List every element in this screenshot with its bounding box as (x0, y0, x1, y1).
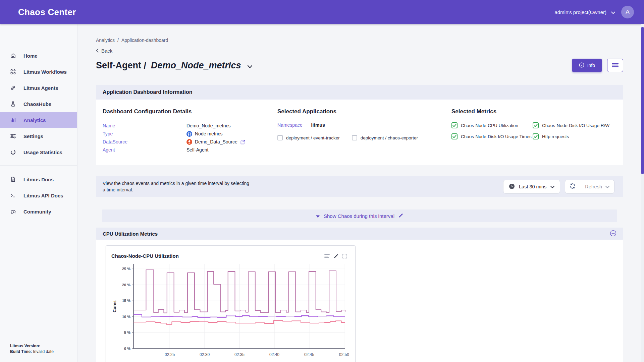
sidebar-item-label: Usage Statistics (23, 149, 62, 155)
config-label: Name (103, 123, 186, 128)
breadcrumb-analytics[interactable]: Analytics (96, 38, 115, 43)
checkbox-http-requests[interactable]: Http requests (533, 133, 619, 139)
version-info: Litmus Version: Build Time: Invalid date (10, 343, 54, 355)
namespace-value: litmus (311, 122, 325, 128)
chart-edit-pencil-icon[interactable] (334, 254, 338, 258)
collapse-panel-icon[interactable] (610, 230, 616, 238)
info-button[interactable]: Info (572, 59, 602, 72)
project-picker[interactable]: admin's project(Owner) (554, 9, 615, 15)
sidebar-item-label: Litmus Agents (23, 85, 58, 91)
sidebar-item-analytics[interactable]: Analytics (0, 112, 77, 128)
sidebar-nav: HomeLitmus WorkflowsLitmus AgentsChaosHu… (0, 24, 77, 220)
config-details-title: Dashboard Configuration Details (103, 108, 270, 115)
checkbox-label: Chaos-Node-Disk I/O Usage R/W (542, 123, 609, 128)
svg-text:Cores: Cores (112, 300, 117, 312)
sidebar-item-label: Litmus Workflows (23, 69, 67, 75)
sidebar-item-home[interactable]: Home (0, 48, 77, 64)
breadcrumb-application-dashboard[interactable]: Application-dashboard (121, 38, 168, 43)
refresh-now-button[interactable] (565, 180, 580, 194)
checkbox-label: Chaos-Node-Disk I/O Usage Times (461, 134, 532, 139)
project-name: admin's project(Owner) (554, 9, 606, 15)
checkbox-checked-icon[interactable] (533, 122, 539, 128)
checkbox-unchecked-icon[interactable] (352, 135, 357, 140)
vertical-scrollbar[interactable] (641, 24, 644, 362)
title-agent: Self-Agent / (96, 60, 146, 71)
docs-icon (10, 176, 16, 182)
main-content: Analytics / Application-dashboard Back S… (77, 24, 644, 362)
sidebar-item-community[interactable]: Community (0, 203, 77, 220)
checkbox-label: deployment / event-tracker (286, 135, 340, 140)
sidebar-item-chaoshubs[interactable]: ChaosHubs (0, 96, 77, 112)
checkbox-deployment-chaos-exporter[interactable]: deployment / chaos-exporter (352, 135, 418, 140)
chaoshubs-icon (10, 101, 16, 107)
sidebar-item-litmus-workflows[interactable]: Litmus Workflows (0, 64, 77, 80)
svg-text:02:50: 02:50 (339, 352, 349, 357)
refresh-icon (569, 183, 576, 191)
svg-text:5 %: 5 % (124, 330, 130, 335)
time-range-value: Last 30 mins (519, 184, 546, 189)
title-chevron-down-icon[interactable] (247, 60, 253, 71)
refresh-select-label: Refresh (585, 184, 602, 189)
time-interval-bar: View the chaos events and metrics in a g… (96, 176, 623, 197)
config-value: Demo_Data_Source (186, 139, 245, 145)
sidebar-item-label: Settings (23, 133, 43, 139)
cpu-panel-title: CPU Utilization Metrics (103, 231, 158, 237)
svg-text:15 %: 15 % (122, 299, 130, 303)
workflows-icon (10, 69, 16, 75)
checkbox-unchecked-icon[interactable] (277, 135, 283, 140)
sidebar-item-litmus-agents[interactable]: Litmus Agents (0, 80, 77, 96)
config-label: DataSource (103, 139, 186, 144)
svg-text:02:25: 02:25 (165, 352, 175, 357)
sidebar-item-usage-statistics[interactable]: Usage Statistics (0, 144, 77, 160)
sidebar-item-settings[interactable]: Settings (0, 128, 77, 144)
sidebar-item-litmus-docs[interactable]: Litmus Docs (0, 171, 77, 187)
usage-icon (10, 149, 16, 155)
selected-metrics-title: Selected Metrics (451, 108, 619, 115)
chart-expand-icon[interactable] (342, 254, 347, 258)
dashboard-menu-button[interactable] (607, 59, 623, 72)
refresh-select[interactable]: Refresh (580, 180, 614, 194)
config-row-datasource: DataSourceDemo_Data_Source (103, 138, 270, 146)
time-range-select[interactable]: Last 30 mins (503, 180, 560, 194)
checkbox-chaos-node-disk-i-o-usage-r-w[interactable]: Chaos-Node-Disk I/O Usage R/W (533, 122, 619, 128)
clock-icon (509, 183, 515, 190)
svg-text:02:45: 02:45 (304, 352, 314, 357)
community-icon (10, 208, 16, 215)
checkbox-checked-icon[interactable] (451, 122, 458, 128)
time-range-chevron-icon (550, 184, 554, 189)
scrollbar-thumb[interactable] (641, 27, 644, 174)
chart-options-icon[interactable] (324, 254, 330, 258)
config-value-text: Self-Agent (186, 147, 208, 153)
refresh-chevron-icon (605, 184, 609, 189)
external-link-icon[interactable] (240, 139, 245, 144)
checkbox-deployment-event-tracker[interactable]: deployment / event-tracker (277, 135, 340, 140)
sidebar-item-label: ChaosHubs (23, 101, 51, 107)
prometheus-icon (186, 139, 192, 145)
build-time-label: Build Time: (10, 349, 32, 354)
config-value-text: Demo_Node_metrics (186, 123, 231, 128)
svg-text:20 %: 20 % (122, 283, 130, 287)
show-chaos-toggle[interactable]: Show Chaos during this interval (102, 209, 617, 222)
checkbox-checked-icon[interactable] (451, 133, 458, 139)
sidebar-divider (0, 166, 77, 166)
checkbox-chaos-node-cpu-utilization[interactable]: Chaos-Node-CPU Utilization (451, 122, 533, 128)
cpu-utilization-chart: 0 %5 %10 %15 %20 %25 %02:2502:3002:3502:… (106, 261, 356, 362)
title-dashboard-name: Demo_Node_metrics (151, 60, 241, 71)
avatar[interactable]: A (621, 6, 634, 18)
checkbox-checked-icon[interactable] (533, 133, 539, 139)
edit-pencil-icon[interactable] (398, 213, 403, 219)
selected-applications-title: Selected Applications (277, 108, 445, 115)
back-button[interactable]: Back (96, 48, 119, 54)
config-label: Agent (103, 147, 186, 153)
svg-text:02:40: 02:40 (269, 352, 279, 357)
config-value-text: Node metrics (195, 131, 222, 136)
config-row-agent: AgentSelf-Agent (103, 146, 270, 154)
sidebar-item-label: Litmus API Docs (23, 193, 63, 198)
info-icon (579, 62, 584, 69)
checkbox-label: Http requests (542, 134, 569, 139)
chevron-down-icon (611, 9, 615, 15)
series-node-cpu-low (133, 320, 345, 324)
checkbox-chaos-node-disk-i-o-usage-times[interactable]: Chaos-Node-Disk I/O Usage Times (451, 133, 533, 139)
interval-description: View the chaos events and metrics in a g… (103, 180, 250, 193)
sidebar-item-litmus-api-docs[interactable]: Litmus API Docs (0, 187, 77, 203)
